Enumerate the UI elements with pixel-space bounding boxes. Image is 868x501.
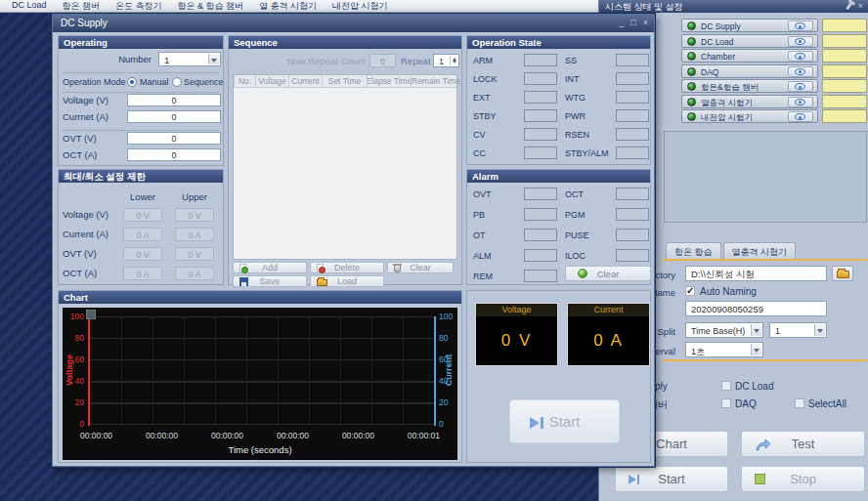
- browse-folder-button[interactable]: [832, 266, 853, 281]
- menu-item[interactable]: DC Load: [4, 0, 55, 13]
- dc-start-button-label: Start: [549, 413, 581, 430]
- number-dropdown[interactable]: 1: [158, 52, 221, 66]
- dropdown-arrow-icon[interactable]: [751, 324, 761, 336]
- folder-icon: [837, 271, 849, 278]
- time-base-select[interactable]: Time Base(H): [685, 322, 763, 338]
- state-indicator: [524, 128, 557, 141]
- panel-tab[interactable]: 열충격 시험기: [723, 242, 797, 259]
- device-button[interactable]: Chamber: [681, 49, 818, 63]
- daq-checkbox-label: DAQ: [735, 398, 757, 409]
- window-title-bar[interactable]: DC Supply _ □ ×: [53, 15, 654, 32]
- current-display-header: Current: [568, 304, 649, 316]
- add-button[interactable]: Add: [233, 262, 307, 273]
- pin-icon[interactable]: [846, 3, 851, 10]
- time-axis-tick: 00:00:00: [277, 431, 309, 440]
- setting-input[interactable]: 0: [127, 94, 221, 106]
- device-button[interactable]: 내전압 시험기: [681, 109, 818, 123]
- device-row[interactable]: DC Supply: [681, 19, 867, 32]
- interval-select[interactable]: 1초: [685, 342, 763, 357]
- device-button[interactable]: DC Supply: [681, 19, 818, 32]
- column-header[interactable]: Elapse Time: [368, 75, 412, 87]
- device-button[interactable]: DC Load: [681, 34, 818, 48]
- window-title: DC Supply: [61, 18, 108, 28]
- sequence-table[interactable]: No.VoltageCurrentSet TimeElapse TimeRema…: [233, 74, 457, 260]
- dropdown-arrow-icon[interactable]: [814, 324, 825, 336]
- device-row[interactable]: Chamber: [681, 49, 867, 63]
- minimize-icon[interactable]: _: [619, 18, 624, 27]
- view-button[interactable]: [788, 81, 813, 92]
- panel-tab[interactable]: 항온 항습: [666, 242, 721, 259]
- alarm-indicator: [524, 208, 557, 221]
- column-header[interactable]: Remain Time: [412, 75, 460, 87]
- device-row[interactable]: DC Load: [681, 34, 867, 48]
- view-button[interactable]: [788, 36, 813, 47]
- state-label: RSEN: [565, 130, 589, 140]
- view-button[interactable]: [788, 51, 813, 62]
- setting-input[interactable]: 0: [127, 110, 221, 123]
- close-icon[interactable]: ×: [643, 18, 648, 27]
- device-row[interactable]: 열충격 시험기: [681, 95, 867, 108]
- view-button[interactable]: [788, 66, 813, 77]
- device-status-field: [822, 95, 867, 108]
- close-icon[interactable]: ×: [858, 1, 863, 11]
- status-led-icon: [687, 82, 696, 91]
- auto-naming-checkbox[interactable]: ✓: [685, 286, 695, 296]
- dc-start-button[interactable]: Start: [509, 399, 620, 443]
- save-button[interactable]: Save: [233, 275, 307, 287]
- sequence-radio[interactable]: [172, 77, 182, 87]
- split-count-select[interactable]: 1: [769, 322, 827, 338]
- menu-item[interactable]: 항온 챔버: [55, 0, 108, 13]
- device-row[interactable]: DAQ: [681, 64, 867, 78]
- test-button[interactable]: Test: [741, 431, 865, 457]
- device-button[interactable]: 항온&항습 챔버: [681, 79, 818, 93]
- setting-row: OCT (A) 0: [63, 148, 219, 161]
- limit-row: OCT (A) 0 A 0 A: [63, 267, 219, 280]
- daq-checkbox[interactable]: [721, 398, 731, 408]
- start-button[interactable]: Start: [615, 466, 728, 492]
- add-button-label: Add: [262, 263, 278, 272]
- setting-input[interactable]: 0: [127, 132, 221, 145]
- state-cell: WTG: [559, 91, 652, 104]
- view-button[interactable]: [788, 21, 813, 31]
- now-repeat-count-label: Now Repeat Count: [229, 56, 366, 66]
- directory-input[interactable]: D:\\신뢰성 시험: [685, 266, 827, 281]
- clear-button[interactable]: Clear: [387, 262, 454, 273]
- column-header[interactable]: Set Time: [323, 75, 368, 87]
- select-all-checkbox[interactable]: [795, 398, 804, 408]
- status-led-icon: [687, 21, 696, 30]
- view-button[interactable]: [788, 111, 813, 122]
- menu-item[interactable]: 온도 측정기: [108, 0, 170, 13]
- dropdown-arrow-icon[interactable]: [208, 54, 219, 64]
- maximize-icon[interactable]: □: [630, 18, 635, 27]
- menu-item[interactable]: 열 충격 시험기: [251, 0, 325, 13]
- dc-load-checkbox[interactable]: [721, 381, 731, 391]
- spinner-arrows-icon[interactable]: [450, 56, 457, 65]
- manual-radio[interactable]: [127, 77, 137, 87]
- device-button[interactable]: 열충격 시험기: [681, 95, 818, 108]
- setting-input[interactable]: 0: [127, 148, 221, 161]
- view-button[interactable]: [788, 97, 813, 107]
- alarm-clear-button[interactable]: Clear: [565, 266, 651, 281]
- file-name-input[interactable]: 20200908050259: [685, 301, 827, 316]
- load-button[interactable]: Load: [310, 275, 384, 287]
- state-indicator: [524, 109, 557, 122]
- state-indicator: [616, 128, 649, 141]
- menu-item[interactable]: 내전압 시험기: [325, 0, 396, 13]
- column-header[interactable]: Voltage: [256, 75, 289, 87]
- limit-label: Current (A): [63, 229, 108, 239]
- column-header[interactable]: Current: [289, 75, 323, 87]
- dropdown-arrow-icon[interactable]: [751, 344, 761, 355]
- column-header[interactable]: No.: [235, 75, 256, 87]
- state-cell: STBY/ALM: [559, 146, 652, 159]
- menu-item[interactable]: 항온 & 항습 챔버: [170, 0, 252, 13]
- stop-button[interactable]: Stop: [741, 466, 865, 492]
- state-indicator: [524, 72, 557, 85]
- current-axis-line: [434, 316, 436, 426]
- delete-button[interactable]: Delete: [310, 262, 384, 273]
- device-button[interactable]: DAQ: [681, 64, 818, 78]
- repeat-spinner[interactable]: 1: [433, 54, 459, 67]
- device-row[interactable]: 항온&항습 챔버: [681, 79, 867, 93]
- alarm-label: ILOC: [565, 251, 586, 261]
- device-row[interactable]: 내전압 시험기: [681, 109, 867, 123]
- legend-handle[interactable]: [86, 310, 96, 319]
